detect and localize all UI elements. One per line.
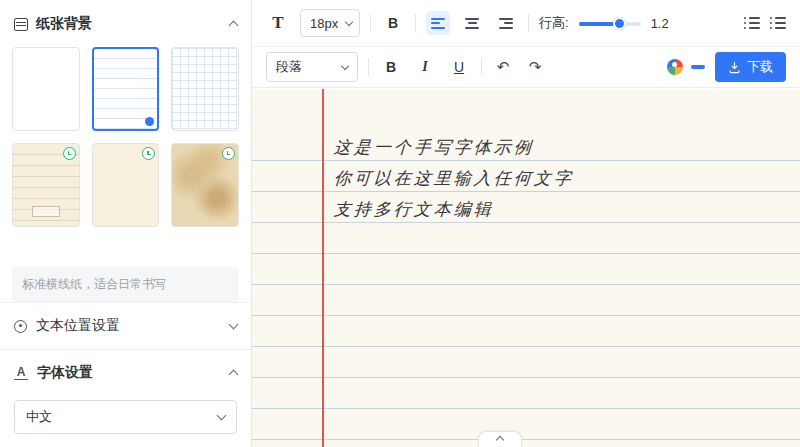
align-center-icon <box>465 18 479 29</box>
underline-button[interactable]: U <box>447 55 471 79</box>
italic-button[interactable]: I <box>413 55 437 79</box>
editor-main: T 18px B 行高: 1.2 <box>252 0 800 447</box>
chevron-up-icon <box>229 370 239 380</box>
handwriting-editor-app: 纸张背景 标准横线纸，适合日常书写 文本位置设置 <box>0 0 800 447</box>
chevron-down-icon <box>217 411 227 421</box>
handwritten-text-line[interactable]: 支持多行文本编辑 <box>333 197 495 221</box>
download-button[interactable]: 下载 <box>715 52 786 82</box>
paper-background-icon <box>14 18 28 31</box>
unordered-list-icon[interactable] <box>744 17 760 29</box>
paper-thumb-vintage[interactable] <box>171 143 239 227</box>
paragraph-style-select[interactable]: 段落 <box>266 52 358 82</box>
align-right-button[interactable] <box>494 11 518 35</box>
toolbar-row-2: 段落 B I U ↶ ↷ 下载 <box>252 47 800 88</box>
position-icon <box>14 320 27 333</box>
line-height-slider[interactable] <box>579 16 641 30</box>
paper-background-section-header[interactable]: 纸张背景 <box>0 0 251 43</box>
premium-badge-icon <box>222 147 235 160</box>
paper-section-title: 纸张背景 <box>36 15 92 33</box>
download-icon <box>728 61 741 74</box>
ordered-list-icon[interactable] <box>770 17 786 29</box>
redo-button[interactable]: ↷ <box>524 58 546 76</box>
font-icon: A <box>14 366 28 380</box>
font-size-value: 18px <box>310 16 338 31</box>
line-height-label: 行高: <box>539 14 569 32</box>
toolbar-divider <box>481 58 482 76</box>
premium-badge-icon <box>142 147 155 160</box>
font-size-select[interactable]: 18px <box>300 9 360 37</box>
color-palette-icon[interactable] <box>667 59 683 75</box>
paper-thumb-beige-lined[interactable] <box>12 143 80 227</box>
text-tool-button[interactable]: T <box>266 11 290 35</box>
undo-button[interactable]: ↶ <box>492 58 514 76</box>
line-height-value: 1.2 <box>651 16 669 31</box>
chevron-down-icon <box>341 61 349 69</box>
toolbar-row-1: T 18px B 行高: 1.2 <box>252 0 800 47</box>
slider-knob[interactable] <box>613 17 626 30</box>
collapse-toolbar-tab[interactable] <box>478 431 522 447</box>
language-select-value: 中文 <box>26 408 52 426</box>
align-center-button[interactable] <box>460 11 484 35</box>
paper-thumbnail-grid <box>0 43 251 227</box>
paragraph-style-value: 段落 <box>276 58 302 76</box>
margin-line <box>322 89 324 447</box>
paper-thumb-blank[interactable] <box>12 47 80 131</box>
bold-button[interactable]: B <box>379 55 403 79</box>
chevron-up-icon[interactable] <box>229 21 239 31</box>
language-select[interactable]: 中文 <box>14 400 237 434</box>
align-left-icon <box>431 18 445 29</box>
paper-thumb-grid[interactable] <box>171 47 239 131</box>
selected-dot-icon <box>145 117 154 126</box>
bold-button[interactable]: B <box>381 11 405 35</box>
toolbar-divider <box>370 14 371 32</box>
premium-badge-icon <box>63 147 76 160</box>
section-text-position[interactable]: 文本位置设置 <box>0 302 251 349</box>
toolbar-divider <box>368 58 369 76</box>
download-label: 下载 <box>747 58 773 76</box>
toolbar-divider <box>528 14 529 32</box>
paper-description: 标准横线纸，适合日常书写 <box>12 267 239 302</box>
paper-canvas[interactable]: 这是一个手写字体示例 你可以在这里输入任何文字 支持多行文本编辑 <box>252 89 800 447</box>
align-right-icon <box>499 18 513 29</box>
section-text-position-label: 文本位置设置 <box>36 317 120 335</box>
align-left-button[interactable] <box>426 11 450 35</box>
toolbar-divider <box>415 14 416 32</box>
handwritten-text-line[interactable]: 你可以在这里输入任何文字 <box>333 166 575 190</box>
color-indicator <box>691 65 705 69</box>
chevron-down-icon <box>229 320 239 330</box>
handwritten-text-line[interactable]: 这是一个手写字体示例 <box>333 135 535 159</box>
chevron-down-icon <box>345 17 353 25</box>
section-font-settings[interactable]: A 字体设置 <box>0 349 251 396</box>
paper-thumb-lined-selected[interactable] <box>92 47 160 131</box>
sidebar: 纸张背景 标准横线纸，适合日常书写 文本位置设置 <box>0 0 252 447</box>
paper-thumb-cream[interactable] <box>92 143 160 227</box>
chevron-up-icon <box>496 436 504 444</box>
section-font-settings-label: 字体设置 <box>37 364 93 382</box>
